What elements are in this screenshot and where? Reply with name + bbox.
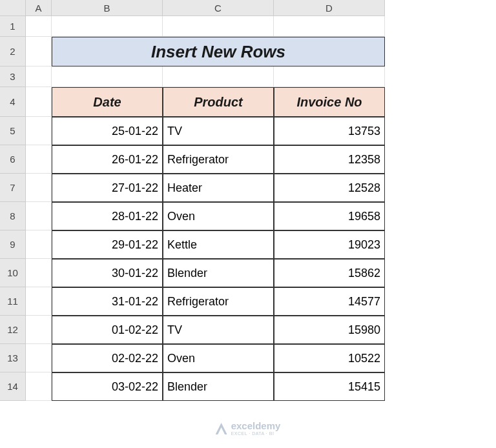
row-header-2[interactable]: 2 [0,37,26,66]
watermark: exceldemy EXCEL · DATA · BI [216,421,281,436]
spreadsheet-grid: A B C D 1 2 Insert New Rows 3 4 Date Pro… [0,0,496,401]
row-header-8[interactable]: 8 [0,202,26,230]
cell-invoice[interactable]: 15415 [274,372,385,401]
cell-invoice[interactable]: 10522 [274,344,385,372]
cell-invoice[interactable]: 19023 [274,230,385,259]
cell-product[interactable]: TV [163,117,274,145]
row-header-11[interactable]: 11 [0,287,26,316]
row-header-12[interactable]: 12 [0,316,26,344]
cell-product[interactable]: TV [163,316,274,344]
cell-invoice[interactable]: 15862 [274,259,385,287]
cell-date[interactable]: 03-02-22 [52,372,163,401]
row-header-13[interactable]: 13 [0,344,26,372]
watermark-sub: EXCEL · DATA · BI [231,431,281,436]
cell-a4[interactable] [26,87,52,117]
cell-a7[interactable] [26,174,52,202]
row-header-14[interactable]: 14 [0,372,26,401]
header-date[interactable]: Date [52,87,163,117]
cell-invoice[interactable]: 15980 [274,316,385,344]
cell-a13[interactable] [26,344,52,372]
cell-product[interactable]: Oven [163,202,274,230]
cell-product[interactable]: Kettle [163,230,274,259]
row-header-1[interactable]: 1 [0,16,26,37]
row-header-3[interactable]: 3 [0,66,26,87]
cell-a5[interactable] [26,117,52,145]
row-header-10[interactable]: 10 [0,259,26,287]
row-header-6[interactable]: 6 [0,145,26,174]
select-all-corner[interactable] [0,0,26,16]
row-header-5[interactable]: 5 [0,117,26,145]
watermark-text: exceldemy EXCEL · DATA · BI [231,421,281,436]
cell-a12[interactable] [26,316,52,344]
cell-date[interactable]: 29-01-22 [52,230,163,259]
row-header-7[interactable]: 7 [0,174,26,202]
cell-date[interactable]: 26-01-22 [52,145,163,174]
cell-a2[interactable] [26,37,52,66]
cell-date[interactable]: 01-02-22 [52,316,163,344]
cell-c3[interactable] [163,66,274,87]
cell-product[interactable]: Blender [163,372,274,401]
cell-invoice[interactable]: 12358 [274,145,385,174]
cell-invoice[interactable]: 12528 [274,174,385,202]
cell-b1[interactable] [52,16,163,37]
col-header-b[interactable]: B [52,0,163,16]
cell-a3[interactable] [26,66,52,87]
cell-a9[interactable] [26,230,52,259]
cell-b3[interactable] [52,66,163,87]
cell-product[interactable]: Refrigerator [163,287,274,316]
cell-d3[interactable] [274,66,385,87]
cell-date[interactable]: 30-01-22 [52,259,163,287]
row-header-4[interactable]: 4 [0,87,26,117]
cell-product[interactable]: Heater [163,174,274,202]
col-header-a[interactable]: A [26,0,52,16]
cell-date[interactable]: 28-01-22 [52,202,163,230]
cell-date[interactable]: 27-01-22 [52,174,163,202]
cell-invoice[interactable]: 19658 [274,202,385,230]
cell-product[interactable]: Blender [163,259,274,287]
cell-date[interactable]: 02-02-22 [52,344,163,372]
watermark-main: exceldemy [231,421,281,432]
col-header-c[interactable]: C [163,0,274,16]
cell-date[interactable]: 25-01-22 [52,117,163,145]
cell-date[interactable]: 31-01-22 [52,287,163,316]
cell-d1[interactable] [274,16,385,37]
cell-a10[interactable] [26,259,52,287]
cell-c1[interactable] [163,16,274,37]
watermark-logo-icon [216,423,227,434]
cell-a11[interactable] [26,287,52,316]
cell-invoice[interactable]: 13753 [274,117,385,145]
row-header-9[interactable]: 9 [0,230,26,259]
header-invoice[interactable]: Invoice No [274,87,385,117]
cell-a1[interactable] [26,16,52,37]
cell-a8[interactable] [26,202,52,230]
cell-product[interactable]: Refrigerator [163,145,274,174]
col-header-d[interactable]: D [274,0,385,16]
title-cell[interactable]: Insert New Rows [52,37,385,66]
cell-a14[interactable] [26,372,52,401]
header-product[interactable]: Product [163,87,274,117]
cell-invoice[interactable]: 14577 [274,287,385,316]
cell-product[interactable]: Oven [163,344,274,372]
cell-a6[interactable] [26,145,52,174]
